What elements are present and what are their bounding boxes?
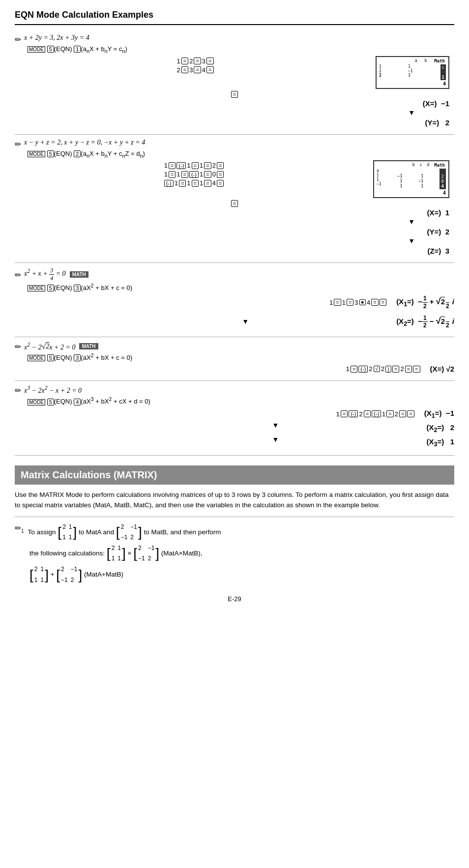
matrix-section-header: Matrix Calculations (MATRIX) — [15, 465, 454, 485]
pencil-icon-4: ✏ — [15, 342, 21, 351]
example-3: ✏ x2 + x + 3 4 = 0 MATH MODE 5(EQN) 3(aX… — [15, 263, 454, 337]
pencil-num-icon: ✏1 — [15, 522, 24, 535]
keyseq-1c: = — [15, 91, 454, 98]
keyseq-4: 1=(-)2√2)=2== — [15, 365, 420, 373]
keyseq-2c: (-)1=1=1=4= — [15, 179, 373, 187]
equation-1: x + 2y = 3, 2x + 3y = 4 — [24, 34, 89, 42]
down-arrow-5b: ▼ — [272, 436, 279, 449]
equation-4: x2 − 2√2x + 2 = 0 — [24, 342, 75, 351]
result-5-x2: (X2=) 2 — [426, 423, 454, 434]
keyseq-5: 1=(-)2=(-)1=2== — [15, 410, 414, 418]
keyseq-3: 1=1=3■4== — [15, 299, 386, 306]
keyseq-2d: = — [15, 200, 454, 207]
result-5-x1: (X1=) −1 — [424, 409, 454, 419]
result-3-x2: (X2=) −12 − √2 2 i — [396, 315, 454, 329]
mode-instruction-1: MODE 5(EQN) 1(anX + bnY = cn) — [28, 45, 454, 54]
result-5-x3: (X3=) 1 — [426, 437, 454, 448]
matrix-example-text: To assign [ 21 11 ] to MatA and [ 2−1 −1… — [28, 522, 221, 543]
page-number: E-29 — [15, 595, 454, 603]
mode-instruction-2: MODE 5(EQN) 2(anX + bnY + cnZ = dn) — [28, 150, 454, 159]
result-2-z: (Z=) 3 — [15, 247, 454, 255]
equation-3: x2 + x + 3 4 = 0 — [24, 267, 66, 282]
down-arrow-2a: ▼ — [408, 218, 415, 226]
matrix-example-1: ✏1 To assign [ 21 11 ] to MatA and [ 2−1… — [15, 517, 454, 586]
keyseq-1a: 1=2=3= — [15, 58, 376, 65]
screen-1: a b Math 1 2 2 1 −1 — [376, 56, 449, 89]
keyseq-2b: 1=1=(-)1=0= — [15, 171, 373, 178]
mode-instruction-4: MODE 5(EQN) 3(aX2 + bX + c = 0) — [28, 352, 454, 361]
screen-2: b c d Math a 1 1 −1 — [373, 160, 449, 198]
pencil-icon-3: ✏ — [15, 270, 21, 280]
pencil-icon-5: ✏ — [15, 386, 21, 395]
equation-5: x3 − 2x2 − x + 2 = 0 — [24, 385, 82, 395]
equation-2: x − y + z = 2, x + y − z = 0, −x + y + z… — [24, 139, 145, 146]
result-3-x1: (X1=) −12 + √2 2 i — [396, 295, 454, 310]
keyseq-2a: 1=(-)1=1=2= — [15, 162, 373, 169]
keyseq-1b: 2=3=4= — [15, 66, 376, 74]
mode-instruction-5: MODE 5(EQN) 4(aX3 + bX2 + cX + d = 0) — [28, 396, 454, 405]
mode-instruction-3: MODE 5(EQN) 3(aX2 + bX + c = 0) — [28, 283, 454, 291]
pencil-icon-1: ✏ — [15, 35, 21, 44]
down-arrow-1: ▼ — [408, 109, 415, 117]
result-2-x: (X=) 1 — [15, 208, 454, 217]
example-1: ✏ x + 2y = 3, 2x + 3y = 4 MODE 5(EQN) 1(… — [15, 30, 454, 135]
math-badge-3: MATH — [70, 271, 88, 278]
result-1-x: (X=) −1 — [15, 99, 454, 108]
example-2: ✏ x − y + z = 2, x + y − z = 0, −x + y +… — [15, 135, 454, 263]
matrix-section-title: Matrix Calculations (MATRIX) — [21, 469, 448, 481]
result-2-y: (Y=) 2 — [15, 228, 454, 236]
down-arrow-3: ▼ — [242, 318, 249, 326]
result-1-y: (Y=) 2 — [15, 118, 454, 127]
down-arrow-2b: ▼ — [408, 237, 415, 245]
page-title: EQN Mode Calculation Examples — [15, 10, 454, 20]
down-arrow-5a: ▼ — [272, 422, 279, 435]
pencil-icon-2: ✏ — [15, 140, 21, 149]
matrix-description: Use the MATRIX Mode to perform calculati… — [15, 490, 454, 511]
math-badge-4: MATH — [79, 343, 98, 349]
example-5: ✏ x3 − 2x2 − x + 2 = 0 MODE 5(EQN) 4(aX3… — [15, 381, 454, 455]
result-4: (X=) √2 — [430, 365, 455, 373]
example-4: ✏ x2 − 2√2x + 2 = 0 MATH MODE 5(EQN) 3(a… — [15, 337, 454, 381]
